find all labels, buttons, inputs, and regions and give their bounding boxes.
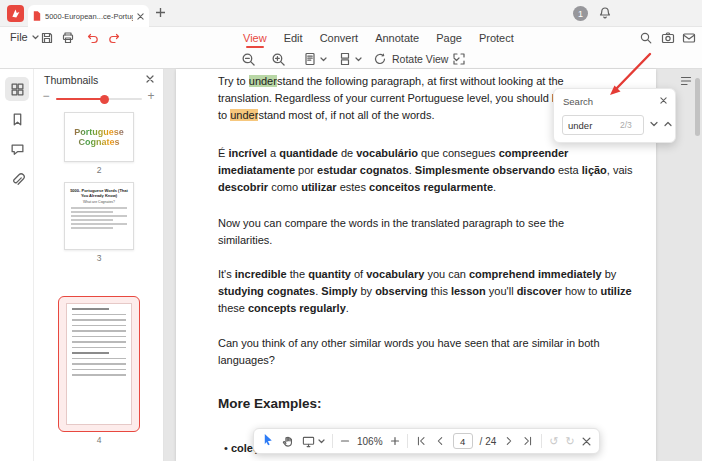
snapshot-camera-icon[interactable]	[661, 31, 675, 45]
doc-text-line: Can you think of any other similar words…	[218, 336, 600, 351]
select-tool-button[interactable]	[262, 432, 275, 450]
save-button[interactable]	[40, 31, 54, 45]
print-button[interactable]	[61, 31, 75, 45]
scroll-mode-dropdown[interactable]	[338, 52, 362, 66]
read-mode-dropdown[interactable]	[302, 435, 325, 448]
doc-text-line: descobrir como utilizar estes conceitos …	[218, 180, 496, 195]
history-forward-button[interactable]: ↻	[565, 436, 574, 447]
thumb-size-slider[interactable]	[56, 98, 142, 100]
prev-page-button[interactable]	[434, 435, 446, 447]
hand-tool-button[interactable]	[282, 435, 295, 448]
view-toolbar: Rotate View	[0, 49, 702, 69]
thumbnail-page-4-selected[interactable]	[58, 296, 140, 432]
right-panel-toggle-icon[interactable]	[679, 74, 693, 88]
thumbnails-grid-icon	[10, 82, 25, 97]
thumbnail-number: 3	[64, 253, 134, 263]
thumbnail-page-preview	[66, 303, 132, 425]
pdf-file-icon	[33, 11, 41, 21]
comments-panel-button[interactable]	[5, 137, 29, 161]
search-prev-button[interactable]	[664, 121, 672, 127]
search-icon[interactable]	[639, 31, 653, 45]
search-next-button[interactable]	[650, 121, 658, 127]
history-back-button[interactable]: ↺	[549, 436, 558, 447]
page-number-input[interactable]	[453, 433, 473, 449]
thumbnail-page-3[interactable]: 5000- Portuguese Words (That You Already…	[64, 182, 134, 250]
search-popup-title: Search	[563, 96, 593, 107]
divider	[407, 434, 408, 448]
scroll-mode-icon	[338, 52, 352, 66]
select-cursor-icon	[262, 433, 275, 446]
zoom-out-button[interactable]	[340, 436, 350, 446]
notification-bell-icon[interactable]	[598, 6, 612, 20]
read-mode-icon	[302, 435, 315, 448]
chevron-down-icon	[320, 57, 327, 62]
document-tab[interactable]: 5000-European...ce-Portuguese	[28, 5, 149, 27]
last-page-button[interactable]	[522, 435, 534, 447]
vertical-scrollbar-thumb[interactable]	[695, 78, 700, 136]
share-mail-icon[interactable]	[682, 31, 696, 45]
zoom-level[interactable]: 106%	[357, 436, 383, 447]
rotate-view-label: Rotate View	[392, 53, 448, 65]
divider	[541, 434, 542, 448]
undo-button[interactable]	[86, 31, 100, 45]
divider	[332, 434, 333, 448]
next-page-button[interactable]	[503, 435, 515, 447]
zoom-in-button[interactable]	[390, 436, 400, 446]
thumb-size-minus[interactable]: −	[40, 89, 52, 103]
rotate-view-dropdown[interactable]: Rotate View	[373, 52, 460, 66]
new-tab-button[interactable]	[156, 8, 165, 17]
panel-close-icon[interactable]	[146, 75, 154, 83]
thumbnail-subheading: What are Cognates?	[65, 200, 133, 204]
menu-annotate[interactable]: Annotate	[375, 32, 419, 44]
main-menus: View Edit Convert Annotate Page Protect	[243, 27, 514, 49]
doc-text-line: É incrível a quantidade de vocabulário q…	[218, 146, 568, 161]
fullscreen-button[interactable]	[452, 52, 466, 66]
chevron-down-icon	[32, 35, 39, 40]
file-menu[interactable]: File	[10, 31, 39, 43]
bookmarks-panel-button[interactable]	[5, 107, 29, 131]
toolbar-close-icon[interactable]	[582, 437, 591, 446]
doc-heading: More Examples:	[218, 396, 322, 411]
doc-text-line: to understand most of, if not all of the…	[218, 108, 434, 123]
first-page-button[interactable]	[415, 435, 427, 447]
thumbnails-panel: Thumbnails − + Portuguese Cognates 2 500…	[34, 69, 164, 461]
zoom-out-button[interactable]	[241, 52, 256, 67]
page-view-icon	[303, 52, 317, 66]
thumbnail-page-2[interactable]: Portuguese Cognates	[64, 112, 134, 162]
zoom-in-button[interactable]	[271, 52, 286, 67]
sidebar-rail	[0, 69, 34, 461]
tab-title: 5000-European...ce-Portuguese	[45, 12, 133, 21]
redo-button[interactable]	[107, 31, 121, 45]
page-view-dropdown[interactable]	[303, 52, 327, 66]
search-close-icon[interactable]	[660, 97, 667, 104]
doc-text-line: imediatamente por estudar cognatos. Simp…	[218, 163, 633, 178]
page-total: / 24	[480, 436, 497, 447]
doc-text-line: translation. Regardless of your current …	[218, 91, 588, 106]
search-input[interactable]	[568, 120, 618, 131]
doc-text-line: studying cognates. Simply by observing t…	[218, 284, 632, 299]
attachments-panel-button[interactable]	[5, 167, 29, 191]
menu-view[interactable]: View	[243, 32, 267, 44]
slider-knob[interactable]	[100, 95, 109, 104]
menu-page[interactable]: Page	[436, 32, 462, 44]
doc-text-line: It's incredible the quantity of vocabula…	[218, 267, 616, 282]
doc-text-line: languages?	[218, 353, 275, 368]
thumbnail-cover-text: Portuguese Cognates	[65, 127, 133, 148]
doc-text-line: Now you can compare the words in the tra…	[218, 216, 564, 231]
thumbnail-heading: 5000- Portuguese Words (That You Already…	[70, 188, 128, 198]
thumbnails-panel-button[interactable]	[5, 77, 29, 101]
doc-text-line: these concepts regularly.	[218, 301, 349, 316]
doc-text-line: Try to understand the following paragrap…	[218, 74, 564, 89]
attachment-paperclip-icon	[10, 172, 25, 187]
floating-page-toolbar: 106% / 24 ↺ ↻	[253, 428, 600, 454]
menu-convert[interactable]: Convert	[320, 32, 359, 44]
menu-protect[interactable]: Protect	[479, 32, 514, 44]
tab-close-icon[interactable]	[137, 13, 144, 20]
thumb-size-plus[interactable]: +	[145, 89, 157, 103]
bookmark-icon	[10, 112, 25, 127]
search-match-counter: 2/3	[620, 120, 632, 130]
account-badge[interactable]: 1	[573, 6, 588, 21]
menu-edit[interactable]: Edit	[284, 32, 303, 44]
comment-icon	[10, 142, 25, 157]
thumbnail-number: 4	[58, 435, 140, 445]
